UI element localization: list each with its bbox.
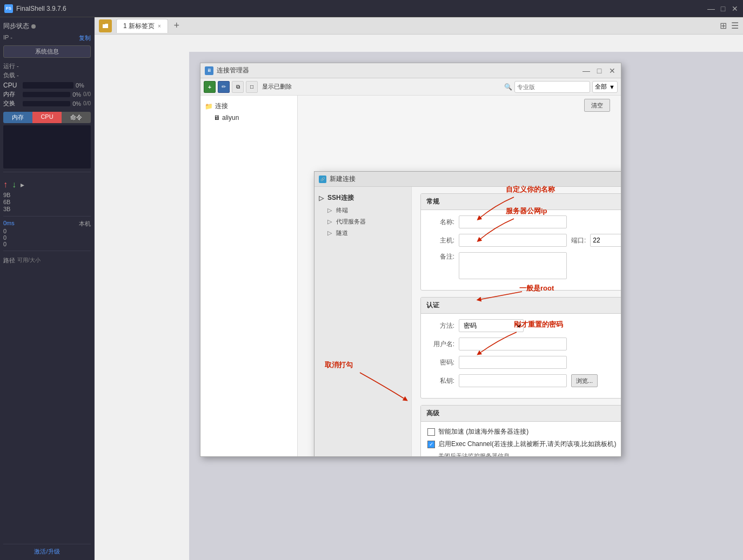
app-window: FS FinalShell 3.9.7.6 — □ ✕ 同步状态 IP - 复制…	[0, 0, 743, 560]
conn-tree: 📁 连接 🖥 aliyun	[200, 96, 298, 456]
exec-channel-checkbox[interactable]: ✓	[427, 441, 435, 448]
tab-cpu[interactable]: CPU	[32, 112, 62, 123]
toolbar-delete-btn[interactable]: □	[246, 81, 258, 93]
stat-row-1: 0	[3, 228, 91, 234]
all-dropdown[interactable]: 全部 ▼	[592, 81, 618, 93]
method-select[interactable]: 密码	[459, 319, 524, 332]
maximize-btn[interactable]: □	[719, 5, 727, 12]
conn-search-area: 🔍 全部 ▼	[504, 81, 618, 93]
expand-ssh-icon: ▷	[319, 194, 325, 202]
search-input[interactable]	[514, 81, 590, 93]
username-input[interactable]	[459, 338, 567, 350]
tree-item-connection[interactable]: 📁 连接	[203, 100, 295, 112]
conn-toolbar: + ✏ ⧉ □ 显示已删除 🔍	[200, 78, 621, 96]
conn-manager-close[interactable]: ✕	[608, 66, 617, 75]
grid-view-icon[interactable]: ⊞	[720, 21, 727, 31]
conn-manager-minimize[interactable]: —	[582, 66, 591, 75]
notes-input[interactable]	[459, 252, 567, 279]
tree-terminal[interactable]: ▷ 终端	[317, 205, 409, 216]
sync-status-row: 同步状态	[3, 22, 91, 31]
path-label: 路径	[3, 257, 15, 265]
general-section-header: 常规	[421, 194, 621, 210]
sys-info-btn[interactable]: 系统信息	[3, 45, 91, 58]
auth-section: 认证 方法: 密码	[420, 297, 621, 399]
host-input[interactable]	[459, 234, 567, 247]
conn-manager-maximize[interactable]: □	[595, 66, 604, 75]
tree-tunnel[interactable]: ▷ 隧道	[317, 227, 409, 239]
path-row: 路径 可用/大小	[3, 257, 91, 265]
tab-bar-right: ⊞ ☰	[720, 21, 739, 31]
swap-stat-row: 交换 0% 0/0	[3, 99, 91, 107]
exec-channel-row: ✓ 启用Exec Channel(若连接上就被断开,请关闭该项,比如跳板机)	[427, 440, 621, 449]
cpu-bar-container	[23, 82, 73, 89]
name-input[interactable]	[459, 215, 567, 228]
ssh-section-header[interactable]: ▷ SSH连接	[317, 191, 409, 205]
folder-icon-btn[interactable]	[99, 19, 112, 32]
conn-manager-dialog: 🖥 连接管理器 — □ ✕ +	[200, 63, 621, 457]
cpu-stat-row: CPU 0%	[3, 82, 91, 89]
new-conn-title: 新建连接	[330, 174, 621, 184]
notes-label: 备注:	[427, 252, 454, 261]
tab-mem[interactable]: 内存	[3, 112, 32, 123]
title-controls: — □ ✕	[707, 5, 739, 12]
tab-cmd[interactable]: 命令	[62, 112, 91, 123]
privkey-row: 私钥: 浏览...	[427, 374, 621, 387]
terminal-label: 终端	[336, 206, 348, 214]
conn-manager-title-bar: 🖥 连接管理器 — □ ✕	[200, 63, 621, 78]
smart-accel-row: 智能加速 (加速海外服务器连接)	[427, 427, 621, 436]
advanced-content: 智能加速 (加速海外服务器连接) ✓ 启用Exec Channel(若连接上就被…	[421, 422, 621, 456]
server-icon: 🖥	[213, 114, 220, 122]
expand-arrow-icon[interactable]: ▸	[21, 180, 24, 189]
main-content: 同步状态 IP - 复制 系统信息 运行 - 负载 - CPU 0%	[0, 17, 743, 560]
main-tab[interactable]: 1 新标签页 ×	[116, 19, 168, 33]
running-label: 运行 -	[3, 63, 19, 69]
minimize-btn[interactable]: —	[707, 5, 715, 12]
net-val-2: 6B	[3, 199, 10, 205]
password-input[interactable]	[459, 356, 567, 369]
cpu-pct: 0%	[76, 82, 91, 89]
download-arrow-icon: ↓	[12, 180, 16, 190]
tab-bar: 1 新标签页 × + ⊞ ☰	[95, 17, 743, 35]
divider-3	[3, 251, 91, 251]
notes-row: 备注:	[427, 252, 621, 279]
net-line-1: 9B	[3, 192, 91, 198]
password-row: 密码:	[427, 356, 621, 369]
tree-item-aliyun[interactable]: 🖥 aliyun	[203, 112, 295, 123]
toolbar-copy-btn[interactable]: ⧉	[232, 81, 244, 93]
privkey-input[interactable]	[459, 374, 567, 387]
port-input[interactable]	[590, 234, 621, 247]
search-icon: 🔍	[504, 83, 512, 91]
proxy-label: 代理服务器	[336, 218, 366, 226]
clear-btn[interactable]: 清空	[584, 99, 610, 112]
menu-icon[interactable]: ☰	[731, 21, 739, 31]
tree-child-label: aliyun	[222, 114, 239, 122]
toolbar-new-btn[interactable]: +	[204, 81, 216, 93]
host-row: 主机: 端口:	[427, 234, 621, 247]
method-row: 方法: 密码	[427, 319, 621, 332]
new-conn-title-bar: 🔗 新建连接 — □ ✕	[314, 172, 621, 187]
tree-root-label: 连接	[215, 102, 228, 111]
avail-label: 可用/大小	[17, 257, 41, 265]
smart-accel-checkbox[interactable]	[427, 428, 435, 436]
net-val-1: 9B	[3, 192, 10, 198]
tab-label: 1 新标签页	[123, 22, 155, 31]
tab-add-btn[interactable]: +	[170, 19, 183, 32]
tab-close-btn[interactable]: ×	[158, 23, 161, 29]
net-line-2: 6B	[3, 199, 91, 205]
tree-proxy[interactable]: ▷ 代理服务器	[317, 216, 409, 227]
activate-link[interactable]: 激活/升级	[3, 548, 91, 556]
sidebar-bottom: 激活/升级	[3, 544, 91, 556]
toolbar-edit-btn[interactable]: ✏	[218, 81, 230, 93]
dropdown-arrow-icon: ▼	[609, 84, 615, 90]
browse-btn[interactable]: 浏览...	[571, 374, 598, 387]
name-label: 名称:	[427, 218, 454, 227]
general-section-content: 名称: 主机: 端口:	[421, 210, 621, 290]
copy-btn[interactable]: 复制	[79, 34, 91, 42]
conn-main-area: 清空 🔗 新建连接 — □	[298, 96, 621, 456]
close-btn[interactable]: ✕	[731, 5, 739, 12]
right-panel: 1 新标签页 × + ⊞ ☰ 🖥 连接管理器	[95, 17, 743, 560]
auth-section-header: 认证	[421, 298, 621, 314]
running-row: 运行 -	[3, 62, 91, 70]
folder-icon: 📁	[205, 103, 213, 110]
sync-dot	[31, 24, 36, 29]
